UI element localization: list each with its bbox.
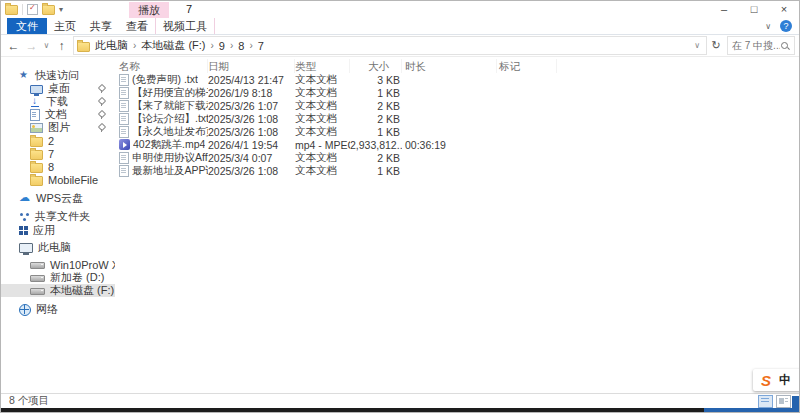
sidebar-item[interactable]: 8	[1, 160, 115, 173]
file-name: 【论坛介绍】.txt	[132, 112, 208, 126]
text-file-icon	[119, 152, 129, 164]
item-count: 8 个项目	[1, 394, 49, 408]
minimize-button[interactable]: –	[709, 1, 739, 18]
qat-properties-icon[interactable]	[27, 4, 38, 15]
large-icons-view-icon[interactable]	[776, 395, 791, 408]
file-date: 2026/1/9 8:18	[208, 87, 295, 99]
ime-logo-icon: S	[761, 372, 771, 389]
divider	[22, 4, 23, 15]
breadcrumb-segment[interactable]: 本地磁盘 (F:)	[136, 38, 210, 53]
breadcrumb[interactable]: 此电脑›本地磁盘 (F:)›9›8›7 ∨	[73, 36, 707, 55]
ribbon-tab-view[interactable]: 查看	[119, 18, 155, 34]
close-button[interactable]: ×	[769, 1, 799, 18]
network-icon	[19, 304, 31, 316]
file-date: 2025/3/4 0:07	[208, 152, 295, 164]
file-row[interactable]: 申明使用协议Affir...2025/3/4 0:07文本文档2 KB	[115, 151, 799, 164]
ribbon-tab-video-tools[interactable]: 视频工具	[155, 18, 215, 34]
ribbon-tab-file[interactable]: 文件	[7, 18, 47, 34]
maximize-button[interactable]: □	[739, 1, 769, 18]
file-size: 3 KB	[350, 74, 402, 86]
sidebar-item[interactable]: 应用	[1, 224, 115, 237]
file-row[interactable]: 【来了就能下载和...2025/3/26 1:07文本文档2 KB	[115, 99, 799, 112]
document-icon	[30, 109, 40, 121]
ribbon-tab-share[interactable]: 共享	[83, 18, 119, 34]
file-date: 2026/4/1 19:54	[208, 139, 295, 151]
column-header[interactable]: 大小	[350, 59, 402, 73]
quick-access-toolbar: ▾	[5, 3, 63, 15]
qat-customize-chevron-icon[interactable]: ▾	[59, 5, 63, 14]
sidebar-item-label: 2	[48, 135, 54, 147]
sidebar-item[interactable]: 共享文件夹	[1, 210, 115, 223]
file-row[interactable]: 【永久地址发布页...2025/3/26 1:08文本文档1 KB	[115, 125, 799, 138]
sidebar-item[interactable]: 2	[1, 134, 115, 147]
search-input[interactable]	[728, 40, 780, 51]
sidebar-item[interactable]: 图片	[1, 121, 115, 134]
video-file-icon	[119, 139, 130, 150]
search-icon[interactable]	[780, 41, 790, 51]
file-size: 2,933,812...	[350, 139, 402, 151]
back-icon[interactable]: ←	[5, 39, 22, 53]
file-rows: (免费声明) .txt2025/4/13 21:47文本文档3 KB【好用便宜的…	[115, 73, 799, 177]
text-file-icon	[119, 113, 129, 125]
file-name-cell: 【好用便宜的梯子...	[115, 86, 208, 100]
sidebar-item-label: MobileFile	[48, 174, 98, 186]
file-date: 2025/3/26 1:07	[208, 100, 295, 112]
pin-icon	[98, 124, 106, 132]
sidebar-item-label: 7	[48, 148, 54, 160]
ribbon-tab-home[interactable]: 主页	[47, 18, 83, 34]
file-name: 最新地址及APP请...	[132, 164, 208, 178]
forward-icon[interactable]: →	[23, 39, 40, 53]
contextual-tab-group-label[interactable]: 播放	[129, 2, 169, 18]
sidebar-item-label: 此电脑	[38, 240, 71, 255]
column-header[interactable]: 标记	[497, 59, 557, 73]
breadcrumb-segment[interactable]: 9	[214, 40, 230, 52]
recent-locations-chevron-icon[interactable]: ∨	[41, 41, 52, 50]
refresh-icon[interactable]: ↻	[708, 39, 724, 52]
ime-toolbar[interactable]: S 中	[753, 369, 800, 391]
location-folder-icon	[77, 42, 90, 52]
breadcrumb-segment[interactable]: 8	[233, 40, 249, 52]
pin-icon	[98, 111, 106, 119]
file-row[interactable]: 【论坛介绍】.txt2025/3/26 1:08文本文档2 KB	[115, 112, 799, 125]
column-header[interactable]: 日期	[208, 59, 295, 73]
sidebar-item[interactable]: 此电脑	[1, 241, 115, 254]
up-icon[interactable]: ↑	[53, 39, 70, 53]
file-type: 文本文档	[295, 86, 350, 100]
file-size: 1 KB	[350, 126, 402, 138]
breadcrumb-segment[interactable]: 此电脑	[90, 38, 133, 53]
file-row[interactable]: 【好用便宜的梯子...2026/1/9 8:18文本文档1 KB	[115, 86, 799, 99]
column-header[interactable]: 时长	[402, 59, 497, 73]
sidebar-item[interactable]: 7	[1, 147, 115, 160]
folder-icon	[30, 150, 43, 160]
drive-icon	[30, 288, 45, 295]
pin-icon	[98, 98, 106, 106]
help-icon[interactable]: ?	[780, 20, 792, 32]
text-file-icon	[119, 87, 129, 99]
sidebar-item[interactable]: WPS云盘	[1, 192, 115, 205]
file-type: 文本文档	[295, 125, 350, 139]
file-name: 【好用便宜的梯子...	[132, 86, 208, 100]
qat-new-folder-icon[interactable]	[42, 5, 55, 15]
column-header[interactable]: 类型	[295, 59, 350, 73]
file-row[interactable]: 最新地址及APP请...2025/3/26 1:08文本文档1 KB	[115, 164, 799, 177]
column-header[interactable]: 名称	[115, 59, 208, 73]
sidebar-item-label: 本地磁盘 (F:)	[50, 283, 114, 298]
file-row[interactable]: 402鹅跳羊.mp42026/4/1 19:54mp4 - MPEG-4 ...…	[115, 138, 799, 151]
address-history-chevron-icon[interactable]: ∨	[691, 41, 703, 50]
details-view-icon[interactable]	[758, 395, 773, 408]
file-row[interactable]: (免费声明) .txt2025/4/13 21:47文本文档3 KB	[115, 73, 799, 86]
folder-icon	[30, 163, 43, 173]
file-name: 402鹅跳羊.mp4	[133, 138, 205, 152]
ribbon-collapse-chevron-icon[interactable]: ∨	[765, 22, 771, 31]
sidebar-item[interactable]: MobileFile	[1, 173, 115, 186]
taskbar-highlight	[704, 408, 794, 412]
ime-mode-indicator[interactable]: 中	[779, 372, 791, 389]
sidebar-item[interactable]: 网络	[1, 303, 115, 316]
window-title: 7	[186, 3, 192, 15]
breadcrumb-segment[interactable]: 7	[253, 40, 269, 52]
taskbar-corner	[792, 396, 799, 412]
drive-icon	[30, 275, 45, 282]
file-size: 1 KB	[350, 87, 402, 99]
pin-icon	[98, 85, 106, 93]
sidebar-item[interactable]: 本地磁盘 (F:)	[1, 284, 115, 297]
